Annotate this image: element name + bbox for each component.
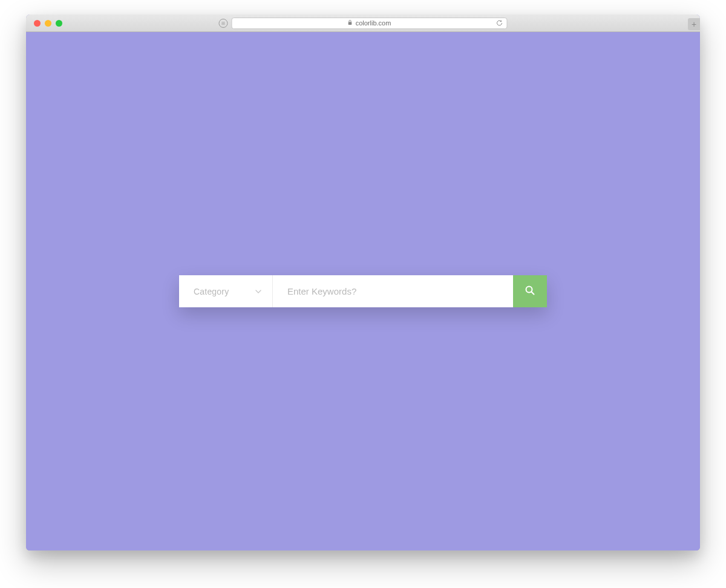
minimize-window-button[interactable] — [45, 20, 51, 27]
url-text: colorlib.com — [356, 19, 391, 27]
lock-icon — [348, 19, 353, 27]
new-tab-button[interactable]: + — [688, 18, 700, 30]
search-form: Category — [179, 275, 547, 307]
keyword-input[interactable] — [273, 275, 513, 307]
browser-chrome: colorlib.com + — [26, 15, 700, 32]
search-button[interactable] — [513, 275, 547, 307]
close-window-button[interactable] — [34, 20, 41, 27]
svg-line-5 — [531, 292, 534, 294]
svg-rect-3 — [348, 22, 352, 25]
browser-window: colorlib.com + Category — [26, 15, 700, 550]
plus-icon: + — [692, 19, 696, 29]
search-icon — [525, 286, 535, 297]
category-label: Category — [194, 287, 229, 296]
traffic-lights — [34, 20, 62, 27]
address-bar-container: colorlib.com — [219, 18, 508, 29]
maximize-window-button[interactable] — [56, 20, 62, 27]
chevron-down-icon — [255, 286, 261, 297]
page-content: Category — [26, 32, 700, 550]
reload-icon[interactable] — [496, 19, 503, 27]
reader-view-button[interactable] — [219, 19, 228, 28]
category-select[interactable]: Category — [179, 275, 273, 307]
address-bar[interactable]: colorlib.com — [232, 18, 508, 29]
